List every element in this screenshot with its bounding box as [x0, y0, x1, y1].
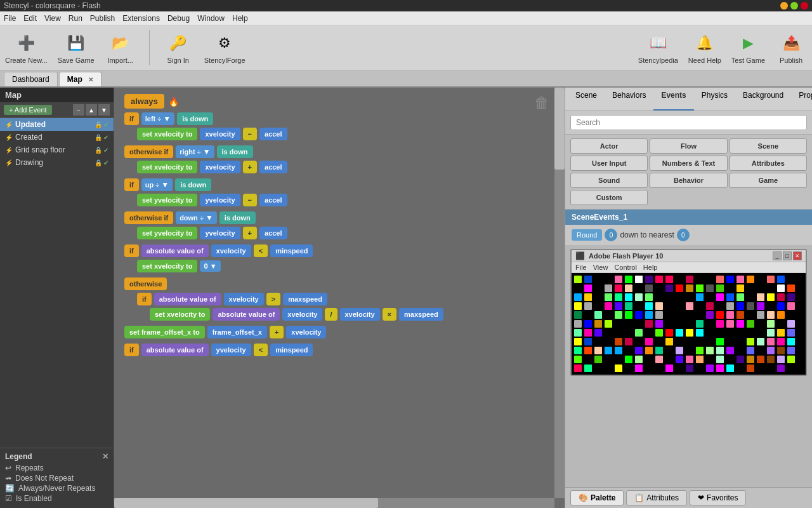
color-cell[interactable] — [737, 284, 744, 292]
color-cell[interactable] — [645, 320, 653, 328]
color-cell[interactable] — [594, 356, 602, 363]
color-cell[interactable] — [584, 329, 592, 337]
color-cell[interactable] — [605, 347, 612, 354]
color-cell[interactable] — [625, 293, 632, 301]
color-cell[interactable] — [787, 311, 795, 319]
color-cell[interactable] — [706, 338, 714, 345]
block-maxspeed1[interactable]: maxspeed — [283, 293, 327, 305]
color-cell[interactable] — [686, 284, 693, 292]
block-minus2[interactable]: − — [243, 194, 257, 206]
color-cell[interactable] — [605, 338, 612, 345]
check-icon-drawing[interactable]: ✔ — [103, 159, 108, 166]
color-cell[interactable] — [676, 329, 683, 337]
color-cell[interactable] — [594, 364, 602, 372]
tab-palette[interactable]: 🎨 Palette — [570, 490, 624, 505]
tab-dashboard[interactable]: Dashboard — [4, 72, 58, 86]
flash-close[interactable]: ✕ — [793, 251, 802, 260]
tab-scene[interactable]: Scene — [568, 88, 605, 110]
color-cell[interactable] — [777, 338, 785, 345]
block-frame-offset[interactable]: frame_offset_x — [207, 326, 267, 338]
color-cell[interactable] — [686, 293, 693, 301]
color-cell[interactable] — [726, 364, 734, 372]
block-xvel4[interactable]: xvelocity — [224, 293, 264, 305]
color-cell[interactable] — [686, 356, 693, 363]
flash-maximize[interactable]: □ — [783, 251, 792, 260]
color-cell[interactable] — [635, 356, 643, 363]
block-if5[interactable]: if — [124, 344, 139, 356]
cat-scene-cat[interactable]: Scene — [730, 138, 807, 154]
cat-flow[interactable]: Flow — [650, 138, 727, 154]
cat-behavior[interactable]: Behavior — [650, 173, 727, 188]
block-xvel5[interactable]: xvelocity — [282, 308, 322, 321]
color-cell[interactable] — [584, 364, 592, 372]
color-cell[interactable] — [696, 338, 704, 345]
color-cell[interactable] — [625, 302, 632, 310]
tab-properties[interactable]: Properties — [791, 88, 812, 110]
color-cell[interactable] — [615, 364, 622, 372]
color-cell[interactable] — [737, 320, 744, 328]
color-cell[interactable] — [584, 320, 592, 328]
color-cell[interactable] — [757, 293, 764, 301]
color-cell[interactable] — [635, 293, 643, 301]
color-cell[interactable] — [747, 347, 754, 354]
color-cell[interactable] — [787, 302, 795, 310]
color-cell[interactable] — [605, 276, 612, 283]
color-cell[interactable] — [594, 311, 602, 319]
color-cell[interactable] — [605, 364, 612, 372]
color-cell[interactable] — [655, 338, 663, 345]
menu-extensions[interactable]: Extensions — [122, 14, 160, 23]
menu-help[interactable]: Help — [232, 14, 248, 23]
color-cell[interactable] — [574, 293, 582, 301]
color-cell[interactable] — [676, 284, 683, 292]
check-icon-updated[interactable]: ✔ — [103, 121, 108, 128]
color-cell[interactable] — [767, 293, 775, 301]
color-cell[interactable] — [665, 338, 673, 345]
block-otherwise-if1[interactable]: otherwise if — [124, 145, 173, 158]
menu-publish[interactable]: Publish — [90, 14, 115, 23]
color-cell[interactable] — [777, 276, 785, 283]
block-xvel1[interactable]: xvelocity — [200, 128, 240, 140]
color-cell[interactable] — [676, 320, 683, 328]
color-cell[interactable] — [645, 364, 653, 372]
color-cell[interactable] — [665, 293, 673, 301]
color-cell[interactable] — [655, 347, 663, 354]
color-cell[interactable] — [665, 302, 673, 310]
block-set-xvel3[interactable]: set xvelocity to — [137, 260, 197, 272]
color-cell[interactable] — [655, 329, 663, 337]
color-cell[interactable] — [635, 347, 643, 354]
color-cell[interactable] — [777, 356, 785, 363]
color-cell[interactable] — [696, 276, 704, 283]
color-cell[interactable] — [757, 338, 764, 345]
block-plus2[interactable]: + — [243, 227, 257, 239]
color-cell[interactable] — [584, 311, 592, 319]
color-cell[interactable] — [737, 311, 744, 319]
color-cell[interactable] — [676, 302, 683, 310]
color-cell[interactable] — [645, 356, 653, 363]
lock-icon-drawing[interactable]: 🔒 — [95, 159, 102, 166]
color-cell[interactable] — [615, 320, 622, 328]
scroll-thumb-horizontal[interactable] — [114, 498, 378, 508]
color-cell[interactable] — [747, 293, 754, 301]
color-cell[interactable] — [605, 329, 612, 337]
color-cell[interactable] — [574, 284, 582, 292]
block-accel2[interactable]: accel — [259, 161, 287, 173]
color-cell[interactable] — [696, 356, 704, 363]
color-cell[interactable] — [706, 364, 714, 372]
color-cell[interactable] — [635, 276, 643, 283]
block-xvel2[interactable]: xvelocity — [200, 161, 240, 173]
block-accel3[interactable]: accel — [259, 194, 287, 206]
cat-actor[interactable]: Actor — [570, 138, 648, 154]
check-icon-grid[interactable]: ✔ — [103, 147, 108, 154]
color-cell[interactable] — [706, 329, 714, 337]
color-cell[interactable] — [726, 329, 734, 337]
tab-background[interactable]: Background — [735, 88, 791, 110]
block-if1[interactable]: if — [124, 112, 139, 125]
block-accel1[interactable]: accel — [259, 128, 287, 140]
color-cell[interactable] — [737, 338, 744, 345]
color-cell[interactable] — [787, 284, 795, 292]
color-cell[interactable] — [737, 329, 744, 337]
block-xvel6[interactable]: xvelocity — [340, 308, 380, 321]
save-game-button[interactable]: 💾 Save Game — [58, 32, 95, 64]
color-cell[interactable] — [757, 284, 764, 292]
color-cell[interactable] — [615, 293, 622, 301]
